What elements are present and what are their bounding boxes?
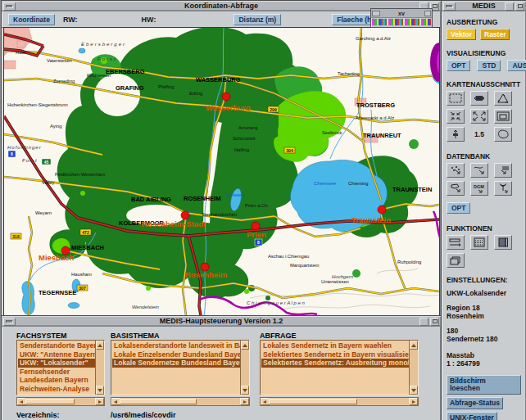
hauptsteuerung-titlebar[interactable]: MEDIS-Hauptsteuerung Version 1.2 [2,316,441,327]
svg-text:Stephanskirchen: Stephanskirchen [202,212,237,217]
vis-opt-button[interactable]: OPT [447,60,470,71]
svg-text:8: 8 [257,240,260,245]
scroll-up-icon[interactable] [410,341,418,350]
list-item[interactable]: UKW: "Antenne Bayern" [18,350,95,359]
svg-text:472: 472 [82,230,89,235]
scroll-thumb[interactable] [25,399,75,404]
abfrage-vscrollbar[interactable] [409,341,418,395]
ausbreitung-label: AUSBREITUNG [447,18,526,26]
list-item[interactable]: Fernsehsender [18,368,95,377]
frame-view-button[interactable] [494,109,512,124]
table-icon [473,237,486,247]
redraw-cycle-button[interactable] [494,91,512,106]
pan-view-button[interactable] [470,91,488,106]
basisthema-list[interactable]: Lokalsenderstandorte landesweit in Bayer… [111,340,250,395]
svg-text:WASSERBURG: WASSERBURG [196,76,241,84]
xv-minimize-icon[interactable] [372,11,380,16]
minimize-icon[interactable] [3,2,16,11]
list-item[interactable]: Lokale Einzelsender Bundesland Bayern [112,350,240,359]
scroll-thumb[interactable] [269,399,357,404]
mixer-icon [449,237,462,247]
list-item[interactable]: Selektiertes Sendernetz in Bayern visual… [261,350,409,359]
svg-text:Amerang: Amerang [238,125,258,130]
scroll-down-icon[interactable] [96,386,104,395]
svg-text:Hohenkirchen-Siegertsbrunn: Hohenkirchen-Siegertsbrunn [7,102,68,107]
scale-slider-button[interactable] [447,127,465,142]
abfrage-status-button[interactable]: Abfrage-Status [447,397,503,409]
basisthema-vscrollbar[interactable] [240,341,249,395]
minimize-icon[interactable] [443,2,456,11]
unix-fenster-button[interactable]: UNIX-Fenster [447,412,497,420]
db-route-query-button[interactable] [470,163,488,178]
fn-table-button[interactable] [470,235,488,250]
select-region-button[interactable] [447,91,465,106]
scroll-up-icon[interactable] [96,341,104,350]
raster-button[interactable]: Raster [480,29,510,40]
datenbank-opt-button[interactable]: OPT [447,202,470,214]
zoom-in-button[interactable] [470,109,488,124]
lake-steinsee [79,48,85,53]
fachsystem-header: FACHSYSTEM [16,332,67,340]
scroll-right-icon[interactable] [95,398,104,405]
svg-text:Marquartstein: Marquartstein [290,263,319,268]
dashed-rect-icon [449,93,462,103]
coordinate-query-window: Koordinaten-Abfrage Koordinate RW: HW: D… [1,0,442,317]
vis-std-button[interactable]: STD [477,60,501,71]
minimize-icon[interactable] [3,318,16,326]
fn-book-button[interactable] [494,235,512,250]
bavaria-overview-button[interactable] [494,127,512,142]
distanz-button[interactable]: Distanz (m) [234,14,281,25]
db-points-query-button[interactable] [447,163,465,178]
vektor-button[interactable]: Vektor [447,29,476,40]
maximize-icon[interactable] [515,2,524,11]
scroll-up-icon[interactable] [241,341,249,350]
medis-titlebar[interactable]: MEDIS [442,1,526,11]
fn-mixer-button[interactable] [447,235,465,250]
list-item[interactable]: Senderstandorte Bayern [18,341,95,350]
svg-text:TEGERNSEE: TEGERNSEE [39,289,76,296]
svg-text:Seebruck: Seebruck [322,130,342,135]
svg-text:TRAUNSTEIN: TRAUNSTEIN [392,186,432,193]
svg-text:Forst: Forst [22,158,38,163]
abfrage-hscrollbar[interactable] [260,397,419,406]
net-line2: Sendernetz 180 [447,335,526,343]
fachsystem-list[interactable]: Senderstandorte Bayern UKW: "Antenne Bay… [16,340,105,395]
xv-palette-window[interactable]: xv [370,8,433,28]
maximize-icon[interactable] [430,318,439,326]
list-item-selected[interactable]: UKW: "Lokalsender" [18,359,95,368]
db-area-query-button[interactable] [447,181,465,196]
scroll-down-icon[interactable] [410,386,418,395]
transmitter-dot-rosenheim-stadt [181,211,189,219]
list-item-selected[interactable]: Selektiertes Sendernetz: Ausbreitung mon… [261,359,409,368]
scroll-right-icon[interactable] [409,398,418,405]
scroll-thumb[interactable] [120,399,197,404]
basisthema-hscrollbar[interactable] [111,397,250,406]
abfrage-list[interactable]: Lokales Sendernetz in Bayern waehlen Sel… [260,340,419,395]
db-dgm-query-button[interactable]: DGM [470,181,488,196]
zoom-out-button[interactable] [447,109,465,124]
window-shade-icon[interactable] [419,318,429,326]
map-canvas[interactable]: 304 299 472 307 318 8 8 45 [3,27,440,316]
scroll-down-icon[interactable] [241,386,249,395]
fachsystem-vscrollbar[interactable] [95,341,104,395]
list-item-selected[interactable]: Lokale Sendernetze Bundesland Bayern [112,359,240,368]
fachsystem-hscrollbar[interactable] [16,397,105,406]
db-raster-query-button[interactable] [494,163,512,178]
svg-text:BAD AIBLING: BAD AIBLING [131,196,171,203]
koordinate-button[interactable]: Koordinate [8,14,55,25]
list-item[interactable]: Landesdaten Bayern [18,376,95,385]
transmitter-dot-prien [252,222,260,230]
bildschirm-loeschen-button[interactable]: Bildschirm loeschen [447,375,521,395]
vis-aus-button[interactable]: AUS [507,60,526,71]
db-transmitter-query-button[interactable] [494,181,512,196]
fn-folders-button[interactable] [447,253,465,268]
verzeichnis-label: Verzeichnis: [16,411,60,419]
window-shade-icon[interactable] [505,2,514,11]
list-item[interactable]: Reichweiten-Analyse [18,385,95,394]
list-item[interactable]: Lokales Sendernetz in Bayern waehlen [261,341,409,350]
svg-text:MIESBACH: MIESBACH [71,244,104,251]
scroll-right-icon[interactable] [240,398,249,405]
xv-maximize-icon[interactable] [424,11,431,16]
list-item[interactable]: Lokalsenderstandorte landesweit in Bayer… [112,341,240,350]
svg-text:Rosenheim: Rosenheim [185,270,227,279]
